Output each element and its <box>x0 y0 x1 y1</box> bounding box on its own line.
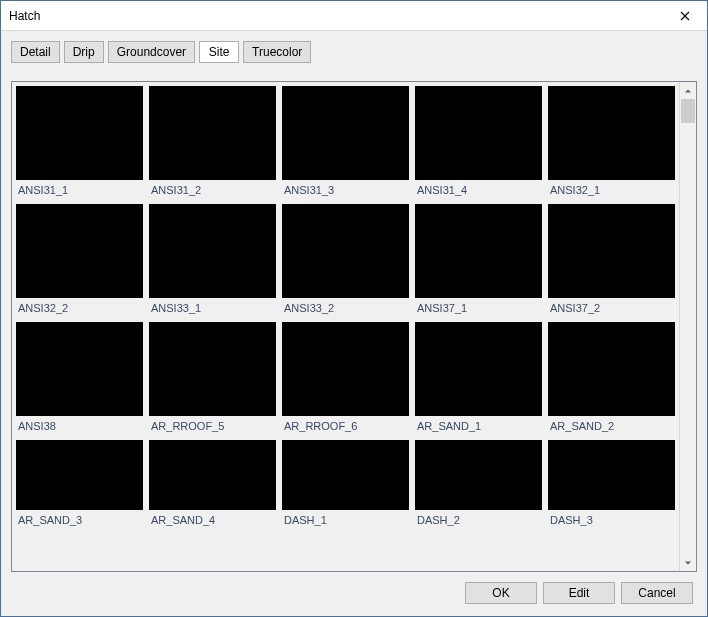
cancel-button[interactable]: Cancel <box>621 582 693 604</box>
pattern-item[interactable]: AR_RROOF_5 <box>149 322 276 438</box>
client-area: Detail Drip Groundcover Site Truecolor A… <box>1 31 707 616</box>
pattern-item[interactable]: ANSI33_1 <box>149 204 276 320</box>
pattern-item[interactable]: AR_SAND_1 <box>415 322 542 438</box>
pattern-item[interactable]: ANSI31_3 <box>282 86 409 202</box>
pattern-label: AR_RROOF_6 <box>282 416 409 438</box>
window-title: Hatch <box>9 9 40 23</box>
pattern-item[interactable]: ANSI31_2 <box>149 86 276 202</box>
pattern-item[interactable]: AR_RROOF_6 <box>282 322 409 438</box>
pattern-label: ANSI31_3 <box>282 180 409 202</box>
pattern-item[interactable]: ANSI31_1 <box>16 86 143 202</box>
tab-bar: Detail Drip Groundcover Site Truecolor <box>11 41 697 63</box>
pattern-item[interactable]: AR_SAND_4 <box>149 440 276 532</box>
pattern-item[interactable]: ANSI37_1 <box>415 204 542 320</box>
pattern-thumbnail <box>282 322 409 416</box>
close-icon <box>680 11 690 21</box>
tab-truecolor[interactable]: Truecolor <box>243 41 311 63</box>
pattern-label: AR_SAND_3 <box>16 510 143 532</box>
pattern-thumbnail <box>16 440 143 510</box>
pattern-label: ANSI37_2 <box>548 298 675 320</box>
title-bar: Hatch <box>1 1 707 31</box>
pattern-label: AR_SAND_4 <box>149 510 276 532</box>
pattern-thumbnail <box>415 204 542 298</box>
pattern-thumbnail <box>16 86 143 180</box>
pattern-grid: ANSI31_1 ANSI31_2 ANSI31_3 ANSI31_4 ANSI… <box>16 86 675 532</box>
pattern-item[interactable]: AR_SAND_2 <box>548 322 675 438</box>
pattern-item[interactable]: DASH_2 <box>415 440 542 532</box>
pattern-thumbnail <box>282 204 409 298</box>
pattern-label: ANSI33_1 <box>149 298 276 320</box>
pattern-label: ANSI32_1 <box>548 180 675 202</box>
pattern-thumbnail <box>16 322 143 416</box>
pattern-grid-viewport: ANSI31_1 ANSI31_2 ANSI31_3 ANSI31_4 ANSI… <box>12 82 679 571</box>
pattern-label: AR_SAND_1 <box>415 416 542 438</box>
pattern-thumbnail <box>415 440 542 510</box>
pattern-label: ANSI31_1 <box>16 180 143 202</box>
pattern-label: DASH_1 <box>282 510 409 532</box>
pattern-item[interactable]: DASH_1 <box>282 440 409 532</box>
pattern-label: ANSI31_4 <box>415 180 542 202</box>
scrollbar-track[interactable] <box>680 99 696 554</box>
pattern-thumbnail <box>149 322 276 416</box>
pattern-panel: ANSI31_1 ANSI31_2 ANSI31_3 ANSI31_4 ANSI… <box>11 81 697 572</box>
pattern-thumbnail <box>548 322 675 416</box>
pattern-label: DASH_3 <box>548 510 675 532</box>
tab-site[interactable]: Site <box>199 41 239 63</box>
pattern-thumbnail <box>415 322 542 416</box>
pattern-item[interactable]: ANSI32_1 <box>548 86 675 202</box>
pattern-item[interactable]: ANSI37_2 <box>548 204 675 320</box>
pattern-thumbnail <box>548 204 675 298</box>
pattern-thumbnail <box>548 86 675 180</box>
scrollbar-thumb[interactable] <box>681 99 695 123</box>
pattern-label: AR_SAND_2 <box>548 416 675 438</box>
pattern-thumbnail <box>16 204 143 298</box>
pattern-item[interactable]: ANSI31_4 <box>415 86 542 202</box>
pattern-thumbnail <box>149 86 276 180</box>
pattern-label: DASH_2 <box>415 510 542 532</box>
tab-drip[interactable]: Drip <box>64 41 104 63</box>
scroll-up-button[interactable] <box>680 82 696 99</box>
pattern-item[interactable]: ANSI38 <box>16 322 143 438</box>
pattern-item[interactable]: DASH_3 <box>548 440 675 532</box>
tab-detail[interactable]: Detail <box>11 41 60 63</box>
ok-button[interactable]: OK <box>465 582 537 604</box>
pattern-thumbnail <box>282 86 409 180</box>
scroll-down-button[interactable] <box>680 554 696 571</box>
pattern-item[interactable]: ANSI32_2 <box>16 204 143 320</box>
close-button[interactable] <box>662 1 707 31</box>
pattern-label: AR_RROOF_5 <box>149 416 276 438</box>
pattern-thumbnail <box>282 440 409 510</box>
pattern-label: ANSI38 <box>16 416 143 438</box>
tab-groundcover[interactable]: Groundcover <box>108 41 195 63</box>
scrollbar-vertical[interactable] <box>679 82 696 571</box>
pattern-label: ANSI31_2 <box>149 180 276 202</box>
pattern-label: ANSI33_2 <box>282 298 409 320</box>
chevron-up-icon <box>684 87 692 95</box>
pattern-thumbnail <box>149 204 276 298</box>
edit-button[interactable]: Edit <box>543 582 615 604</box>
pattern-item[interactable]: ANSI33_2 <box>282 204 409 320</box>
pattern-item[interactable]: AR_SAND_3 <box>16 440 143 532</box>
pattern-thumbnail <box>149 440 276 510</box>
dialog-buttons: OK Edit Cancel <box>11 572 697 610</box>
pattern-label: ANSI37_1 <box>415 298 542 320</box>
chevron-down-icon <box>684 559 692 567</box>
pattern-label: ANSI32_2 <box>16 298 143 320</box>
pattern-thumbnail <box>548 440 675 510</box>
pattern-thumbnail <box>415 86 542 180</box>
